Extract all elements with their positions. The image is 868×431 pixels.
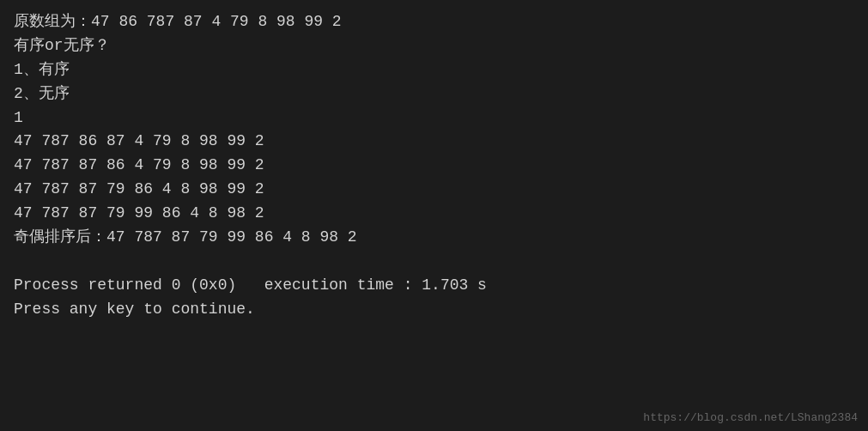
terminal-line-6: 47 787 87 86 4 79 8 98 99 2 [14, 154, 854, 178]
terminal-line-3: 2、无序 [14, 82, 854, 106]
terminal-line-0: 原数组为：47 86 787 87 4 79 8 98 99 2 [14, 10, 854, 34]
blank-line-10 [14, 250, 854, 274]
terminal-line-8: 47 787 87 79 99 86 4 8 98 2 [14, 202, 854, 226]
terminal-line-12: Press any key to continue. [14, 298, 854, 322]
terminal-line-4: 1 [14, 106, 854, 131]
terminal-line-7: 47 787 87 79 86 4 8 98 99 2 [14, 178, 854, 202]
terminal-window: 原数组为：47 86 787 87 4 79 8 98 99 2有序or无序？1… [0, 0, 868, 431]
watermark: https://blog.csdn.net/LShang2384 [643, 411, 858, 424]
terminal-line-5: 47 787 86 87 4 79 8 98 99 2 [14, 130, 854, 154]
terminal-line-9: 奇偶排序后：47 787 87 79 99 86 4 8 98 2 [14, 226, 854, 250]
terminal-line-11: Process returned 0 (0x0) execution time … [14, 274, 854, 298]
terminal-line-2: 1、有序 [14, 58, 854, 82]
terminal-line-1: 有序or无序？ [14, 34, 854, 58]
